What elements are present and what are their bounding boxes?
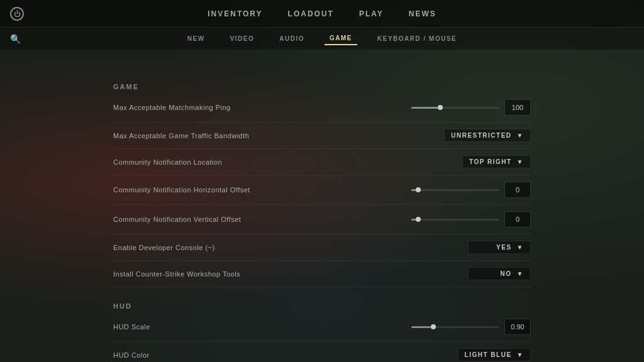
setting-control-vert-offset: 0	[411, 211, 531, 228]
section-title-game: Game	[113, 83, 531, 90]
hud-color-chevron-icon: ▼	[517, 351, 524, 358]
setting-row-vert-offset: Community Notification Vertical Offset 0	[113, 205, 531, 234]
horiz-offset-slider-fill	[411, 189, 416, 191]
hud-scale-value-box[interactable]: 0.90	[504, 319, 531, 335]
horiz-offset-value-box[interactable]: 0	[504, 182, 531, 198]
notif-location-chevron-icon: ▼	[517, 158, 524, 165]
subnav-item-keyboard[interactable]: KEYBOARD / MOUSE	[372, 33, 462, 45]
nav-item-play[interactable]: PLAY	[359, 9, 384, 18]
horiz-offset-slider-thumb	[416, 187, 421, 192]
ping-slider-fill	[411, 107, 438, 109]
ping-slider-track[interactable]	[411, 107, 499, 109]
vert-offset-slider-thumb	[416, 217, 421, 222]
setting-label-ping: Max Acceptable Matchmaking Ping	[113, 104, 231, 111]
setting-label-horiz-offset: Community Notification Horizontal Offset	[113, 186, 250, 194]
setting-control-hud-scale: 0.90	[411, 319, 531, 335]
ping-value-box[interactable]: 100	[504, 99, 531, 116]
subnav: 🔍 NEW VIDEO AUDIO GAME KEYBOARD / MOUSE	[0, 28, 644, 50]
search-icon[interactable]: 🔍	[10, 34, 21, 44]
section-title-hud: Hud	[113, 302, 531, 310]
hud-scale-slider-thumb	[431, 324, 436, 329]
setting-row-bandwidth: Max Acceptable Game Traffic Bandwidth UN…	[113, 123, 531, 149]
setting-row-dev-console: Enable Developer Console (~) YES ▼	[113, 234, 531, 261]
setting-control-ping: 100	[411, 99, 531, 116]
bandwidth-dropdown[interactable]: UNRESTRICTED ▼	[444, 129, 531, 142]
workshop-chevron-icon: ▼	[517, 270, 524, 277]
setting-label-dev-console: Enable Developer Console (~)	[113, 244, 215, 251]
hud-scale-slider-fill	[411, 326, 431, 328]
subnav-item-game[interactable]: GAME	[325, 32, 357, 45]
hud-color-dropdown[interactable]: LIGHT BLUE ▼	[458, 348, 531, 361]
setting-row-hud-scale: HUD Scale 0.90	[113, 312, 531, 342]
subnav-item-video[interactable]: VIDEO	[225, 33, 260, 45]
ping-slider-thumb	[438, 105, 443, 110]
workshop-value: NO	[501, 270, 512, 277]
setting-label-workshop: Install Counter-Strike Workshop Tools	[113, 270, 240, 278]
topbar: ⏻ INVENTORY LOADOUT PLAY NEWS	[0, 0, 644, 28]
bandwidth-chevron-icon: ▼	[517, 132, 524, 139]
setting-row-hud-color: HUD Color LIGHT BLUE ▼	[113, 342, 531, 362]
setting-label-hud-color: HUD Color	[113, 351, 150, 359]
notif-location-dropdown[interactable]: TOP RIGHT ▼	[462, 155, 531, 168]
power-button[interactable]: ⏻	[10, 7, 24, 21]
dev-console-value: YES	[496, 244, 512, 251]
vert-offset-value-box[interactable]: 0	[504, 211, 531, 228]
dev-console-chevron-icon: ▼	[517, 244, 524, 251]
nav-item-loadout[interactable]: LOADOUT	[288, 9, 334, 18]
subnav-item-audio[interactable]: AUDIO	[274, 33, 309, 45]
setting-row-ping: Max Acceptable Matchmaking Ping 100	[113, 93, 531, 123]
workshop-dropdown[interactable]: NO ▼	[468, 267, 531, 280]
vert-offset-slider-fill	[411, 219, 416, 221]
subnav-item-new[interactable]: NEW	[182, 33, 210, 45]
bandwidth-value: UNRESTRICTED	[451, 132, 511, 139]
setting-row-horiz-offset: Community Notification Horizontal Offset…	[113, 175, 531, 205]
power-icon: ⏻	[14, 10, 21, 18]
setting-label-notif-location: Community Notification Location	[113, 158, 222, 166]
nav-item-news[interactable]: NEWS	[409, 9, 436, 18]
notif-location-value: TOP RIGHT	[469, 158, 512, 165]
dev-console-dropdown[interactable]: YES ▼	[468, 241, 531, 254]
setting-label-hud-scale: HUD Scale	[113, 323, 150, 331]
setting-row-notif-location: Community Notification Location TOP RIGH…	[113, 149, 531, 175]
hud-scale-slider-track[interactable]	[411, 326, 499, 328]
vert-offset-slider-track[interactable]	[411, 219, 499, 221]
hud-color-value: LIGHT BLUE	[465, 351, 512, 358]
main-nav: INVENTORY LOADOUT PLAY NEWS	[208, 9, 436, 18]
setting-control-horiz-offset: 0	[411, 182, 531, 198]
setting-label-bandwidth: Max Acceptable Game Traffic Bandwidth	[113, 132, 249, 140]
setting-row-workshop: Install Counter-Strike Workshop Tools NO…	[113, 261, 531, 287]
setting-label-vert-offset: Community Notification Vertical Offset	[113, 216, 241, 223]
nav-item-inventory[interactable]: INVENTORY	[208, 9, 262, 18]
horiz-offset-slider-track[interactable]	[411, 189, 499, 191]
settings-content: Game Max Acceptable Matchmaking Ping 100…	[0, 72, 644, 362]
